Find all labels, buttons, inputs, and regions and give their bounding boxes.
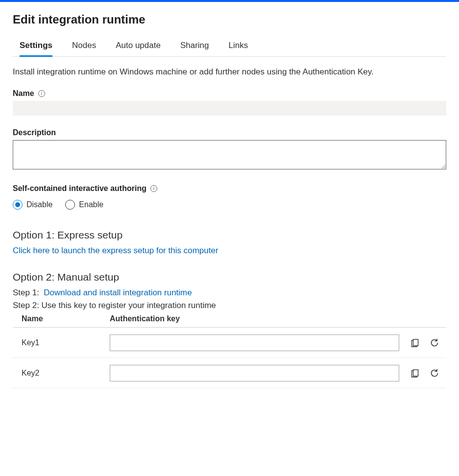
- tab-bar: Settings Nodes Auto update Sharing Links: [13, 40, 446, 57]
- tab-auto-update[interactable]: Auto update: [116, 41, 161, 57]
- regenerate-key1-button[interactable]: [428, 336, 441, 350]
- scia-radio-group: Disable Enable: [13, 200, 446, 210]
- copy-icon: [410, 368, 420, 378]
- table-row: Key1: [13, 328, 446, 358]
- info-icon[interactable]: i: [150, 185, 157, 192]
- col-name-header: Name: [22, 314, 110, 323]
- step2-label: Step 2: Use this key to register your in…: [13, 301, 216, 310]
- edit-integration-runtime-panel: Edit integration runtime Settings Nodes …: [0, 2, 459, 408]
- key1-actions: [399, 336, 443, 350]
- scia-disable-label: Disable: [26, 200, 52, 209]
- description-label: Description: [13, 128, 56, 137]
- scia-enable-option[interactable]: Enable: [65, 200, 103, 210]
- step2-row: Step 2: Use this key to register your in…: [13, 301, 446, 310]
- step1-label: Step 1:: [13, 288, 39, 297]
- key1-input[interactable]: [110, 334, 399, 351]
- radio-unchecked-icon: [65, 200, 75, 210]
- key2-actions: [399, 366, 443, 380]
- step1-row: Step 1: Download and install integration…: [13, 288, 446, 298]
- intro-text: Install integration runtime on Windows m…: [13, 66, 414, 78]
- tab-sharing[interactable]: Sharing: [180, 41, 209, 57]
- page-title: Edit integration runtime: [13, 13, 446, 26]
- tab-nodes[interactable]: Nodes: [72, 41, 96, 57]
- svg-rect-0: [413, 339, 418, 346]
- description-input[interactable]: [13, 140, 446, 169]
- tab-links[interactable]: Links: [229, 41, 248, 57]
- refresh-icon: [430, 368, 439, 378]
- key2-input[interactable]: [110, 365, 399, 381]
- radio-checked-icon: [13, 200, 23, 210]
- table-header-row: Name Authentication key: [13, 313, 446, 328]
- name-input[interactable]: [13, 101, 446, 116]
- scia-label: Self-contained interactive authoring: [13, 184, 146, 193]
- scia-enable-label: Enable: [79, 200, 103, 209]
- download-runtime-link[interactable]: Download and install integration runtime: [44, 288, 192, 297]
- tab-settings[interactable]: Settings: [20, 41, 52, 57]
- info-icon[interactable]: i: [38, 90, 45, 97]
- col-key-header: Authentication key: [110, 314, 399, 323]
- name-label-row: Name i: [13, 89, 45, 98]
- refresh-icon: [430, 338, 439, 348]
- option1-heading: Option 1: Express setup: [13, 229, 446, 241]
- scia-label-row: Self-contained interactive authoring i: [13, 184, 157, 193]
- table-row: Key2: [13, 358, 446, 388]
- copy-key2-button[interactable]: [408, 366, 422, 380]
- express-setup-link[interactable]: Click here to launch the express setup f…: [13, 246, 446, 256]
- auth-key-table: Name Authentication key Key1: [13, 313, 446, 388]
- key2-name: Key2: [22, 369, 110, 378]
- scia-disable-option[interactable]: Disable: [13, 200, 52, 210]
- copy-icon: [410, 338, 420, 348]
- copy-key1-button[interactable]: [408, 336, 422, 350]
- svg-rect-1: [413, 370, 418, 376]
- key1-name: Key1: [22, 338, 110, 347]
- name-label: Name: [13, 89, 34, 98]
- option2-heading: Option 2: Manual setup: [13, 271, 446, 283]
- regenerate-key2-button[interactable]: [428, 366, 441, 380]
